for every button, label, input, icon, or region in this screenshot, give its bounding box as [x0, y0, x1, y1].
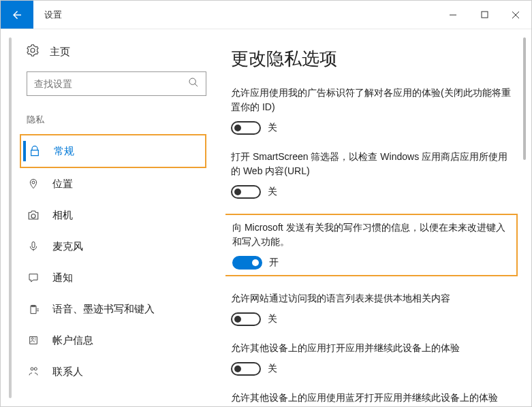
microphone-icon	[27, 241, 40, 252]
option-smartscreen: 打开 SmartScreen 筛选器，以检查 Windows 应用商店应用所使用…	[231, 150, 511, 199]
search-icon	[188, 77, 199, 91]
sidebar: 主页 隐私 常规 位置 相机 麦克风	[1, 29, 225, 406]
option-text: 允许应用使用我的广告标识符了解对各应用的体验(关闭此功能将重置你的 ID)	[231, 86, 511, 114]
camera-icon	[27, 209, 40, 221]
contacts-icon	[27, 366, 40, 377]
toggle-switch[interactable]	[231, 121, 261, 135]
toggle-state: 开	[269, 257, 279, 269]
option-text: 打开 SmartScreen 筛选器，以检查 Windows 应用商店应用所使用…	[231, 150, 511, 178]
toggle-state: 关	[268, 122, 277, 134]
option-text: 允许其他设备上的应用打开应用并继续此设备上的体验	[231, 341, 511, 355]
sidebar-item-label: 麦克风	[52, 240, 83, 253]
home-label: 主页	[50, 46, 70, 59]
back-button[interactable]	[1, 1, 33, 29]
sidebar-item-label: 语音、墨迹书写和键入	[52, 303, 155, 316]
sidebar-item-speech[interactable]: 语音、墨迹书写和键入	[1, 293, 225, 325]
titlebar: 设置	[1, 1, 531, 29]
window-controls	[437, 1, 531, 29]
toggle-state: 关	[268, 313, 277, 325]
window-title: 设置	[33, 1, 73, 29]
maximize-button[interactable]	[469, 1, 500, 29]
toggle-state: 关	[268, 186, 277, 198]
page-title: 更改隐私选项	[231, 47, 511, 71]
clipboard-icon	[27, 304, 40, 314]
sidebar-item-microphone[interactable]: 麦克风	[1, 231, 225, 262]
sidebar-item-label: 位置	[52, 178, 73, 191]
option-cross-device-apps: 允许其他设备上的应用打开应用并继续此设备上的体验 关	[231, 341, 511, 376]
sidebar-item-label: 通知	[52, 272, 73, 284]
toggle-switch[interactable]	[231, 362, 261, 376]
home-link[interactable]: 主页	[1, 42, 225, 62]
arrow-left-icon	[11, 9, 23, 21]
sidebar-item-label: 联系人	[52, 365, 83, 378]
highlight-annotation: 常规	[20, 134, 206, 168]
sidebar-item-label: 帐户信息	[52, 334, 93, 347]
option-writing-habits: 向 Microsoft 发送有关我的写作习惯的信息，以便在未来改进键入和写入功能…	[225, 214, 518, 276]
sidebar-item-camera[interactable]: 相机	[1, 199, 225, 231]
content-area: 更改隐私选项 允许应用使用我的广告标识符了解对各应用的体验(关闭此功能将重置你的…	[225, 29, 531, 406]
sidebar-item-label: 相机	[52, 209, 73, 222]
notification-icon	[27, 272, 40, 283]
svg-rect-1	[482, 12, 488, 18]
sidebar-item-account[interactable]: 帐户信息	[1, 325, 225, 356]
minimize-button[interactable]	[437, 1, 469, 29]
scrollbar[interactable]	[523, 37, 526, 160]
svg-line-5	[195, 84, 198, 86]
svg-point-4	[189, 78, 195, 84]
sidebar-item-notifications[interactable]: 通知	[1, 262, 225, 293]
sidebar-item-general[interactable]: 常规	[28, 135, 205, 167]
toggle-switch[interactable]	[231, 312, 261, 326]
sidebar-item-contacts[interactable]: 联系人	[1, 356, 225, 387]
sidebar-item-location[interactable]: 位置	[1, 168, 225, 199]
lock-icon	[28, 146, 42, 157]
location-icon	[27, 178, 40, 189]
toggle-switch[interactable]	[232, 256, 262, 270]
option-language-list: 允许网站通过访问我的语言列表来提供本地相关内容 关	[231, 291, 511, 326]
option-text: 允许网站通过访问我的语言列表来提供本地相关内容	[231, 291, 511, 306]
close-button[interactable]	[500, 1, 531, 29]
toggle-state: 关	[268, 363, 277, 375]
section-label: 隐私	[1, 108, 225, 134]
account-icon	[27, 335, 40, 346]
option-advertising-id: 允许应用使用我的广告标识符了解对各应用的体验(关闭此功能将重置你的 ID) 关	[231, 86, 511, 135]
option-text: 允许其他设备上的应用使用蓝牙打开应用并继续此设备上的体验	[231, 391, 511, 405]
gear-icon	[27, 44, 40, 59]
search-input[interactable]	[27, 71, 206, 96]
search-field[interactable]	[34, 78, 188, 89]
option-text: 向 Microsoft 发送有关我的写作习惯的信息，以便在未来改进键入和写入功能…	[232, 221, 510, 249]
option-bluetooth-apps: 允许其他设备上的应用使用蓝牙打开应用并继续此设备上的体验	[231, 391, 511, 405]
toggle-switch[interactable]	[231, 185, 261, 199]
sidebar-item-label: 常规	[54, 145, 74, 158]
